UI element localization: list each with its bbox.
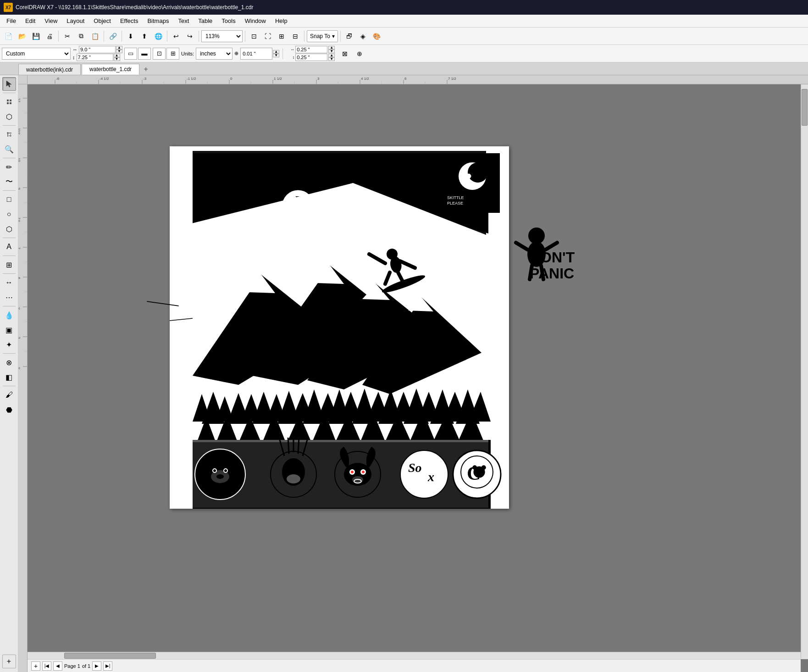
table-btn[interactable]: ⊞: [2, 258, 16, 272]
smear-btn[interactable]: ⬡: [2, 110, 16, 123]
landscape-btn[interactable]: ▬: [138, 48, 151, 60]
publish-button[interactable]: 🌐: [152, 30, 165, 43]
svg-point-185: [472, 465, 477, 470]
zoom-select[interactable]: 113% 100% 75% 50%: [201, 30, 243, 42]
page-last-btn[interactable]: ▶|: [103, 661, 112, 671]
page-next-btn[interactable]: ▶: [92, 661, 101, 671]
copy-button[interactable]: ⧉: [75, 30, 88, 43]
dimension-btn[interactable]: ↔: [2, 276, 16, 289]
guidelines-btn[interactable]: ⊟: [289, 30, 302, 43]
save-button[interactable]: 💾: [29, 30, 42, 43]
margin-v-input[interactable]: [295, 54, 327, 61]
page-first-btn[interactable]: |◀: [42, 661, 51, 671]
snap-to-button[interactable]: Snap To ▾: [307, 30, 338, 42]
menu-layout[interactable]: Layout: [62, 16, 89, 26]
menu-tools[interactable]: Tools: [217, 16, 240, 26]
new-button[interactable]: 📄: [2, 30, 15, 43]
tab-0[interactable]: waterbottle(ink).cdr: [18, 64, 81, 75]
menu-edit[interactable]: Edit: [21, 16, 40, 26]
nudge-icon: ⊕: [234, 50, 238, 56]
paste-button[interactable]: 📋: [89, 30, 101, 43]
add-page-btn-toolbar[interactable]: ⊕: [353, 47, 366, 60]
outline-btn[interactable]: ✦: [2, 338, 16, 351]
zoom-btn[interactable]: 🔍: [2, 142, 16, 156]
vertical-scrollbar[interactable]: [801, 84, 808, 659]
width-dn[interactable]: ▼: [116, 50, 122, 53]
view-manager-btn[interactable]: 🗗: [343, 30, 356, 43]
import-button[interactable]: ⬇: [124, 30, 137, 43]
portrait-btn[interactable]: ▭: [124, 48, 137, 60]
nudge-dn[interactable]: ▼: [273, 54, 279, 57]
menu-view[interactable]: View: [40, 16, 62, 26]
apply-margins-btn[interactable]: ⊠: [338, 47, 351, 60]
menu-effects[interactable]: Effects: [116, 16, 143, 26]
menu-window[interactable]: Window: [240, 16, 271, 26]
facing-pages-btn[interactable]: ⊞: [166, 48, 179, 60]
title-text: CorelDRAW X7 - \\192.168.1.1\SkittlesSha…: [16, 4, 253, 11]
tab-1-label: waterbottle_1.cdr: [89, 66, 132, 72]
units-label: Units:: [181, 51, 194, 56]
svg-line-166: [298, 438, 299, 454]
dropper-btn[interactable]: 💧: [2, 308, 16, 322]
tab-add[interactable]: +: [140, 64, 151, 75]
menu-table[interactable]: Table: [194, 16, 217, 26]
menu-object[interactable]: Object: [89, 16, 116, 26]
blend-btn[interactable]: ⊗: [2, 355, 16, 369]
menu-bitmaps[interactable]: Bitmaps: [143, 16, 173, 26]
margin-v-dn[interactable]: ▼: [328, 57, 335, 61]
select-tool-btn[interactable]: [2, 77, 16, 91]
page-prev-btn[interactable]: ◀: [53, 661, 62, 671]
smart-draw-btn[interactable]: ⬣: [2, 403, 16, 417]
rectangle-btn[interactable]: □: [2, 193, 16, 206]
full-screen-btn[interactable]: ⛶: [261, 30, 274, 43]
margin-h-input[interactable]: [295, 46, 327, 53]
page-label: Page 1: [64, 663, 80, 669]
tab-1[interactable]: waterbottle_1.cdr: [82, 64, 139, 75]
horizontal-scrollbar[interactable]: [28, 652, 801, 659]
crop-btn[interactable]: [2, 128, 16, 141]
margin-h-dn[interactable]: ▼: [328, 50, 335, 53]
add-page-btn-toolbox[interactable]: +: [2, 655, 16, 668]
vscroll-thumb[interactable]: [802, 89, 808, 126]
orientation-group: ▭ ▬: [124, 48, 151, 60]
export-button[interactable]: ⬆: [138, 30, 151, 43]
height-input[interactable]: [77, 54, 113, 61]
redo-button[interactable]: ↪: [183, 30, 196, 43]
corel-connect[interactable]: 🔗: [106, 30, 119, 43]
canvas-area[interactable]: -6 -4 1/2 -3 -1 1/2 0 1 1/2 3 4 1/2 6 7 …: [18, 75, 808, 672]
connector-btn[interactable]: ⋯: [2, 290, 16, 304]
shape-edit-btn[interactable]: [2, 95, 16, 109]
menu-help[interactable]: Help: [271, 16, 292, 26]
smart-fill-btn[interactable]: 〜: [2, 175, 16, 189]
fit-page-btn[interactable]: ⊡: [248, 30, 260, 43]
grid-btn[interactable]: ⊞: [275, 30, 288, 43]
open-button[interactable]: 📂: [16, 30, 28, 43]
print-button[interactable]: 🖨: [43, 30, 56, 43]
height-dn[interactable]: ▼: [114, 57, 120, 61]
width-input[interactable]: [79, 46, 116, 53]
nudge-input[interactable]: [240, 48, 272, 60]
cut-button[interactable]: ✂: [61, 30, 74, 43]
fill-btn[interactable]: ▣: [2, 323, 16, 337]
color-settings-btn[interactable]: 🎨: [371, 30, 383, 43]
menu-text[interactable]: Text: [173, 16, 194, 26]
text-btn[interactable]: A: [2, 240, 16, 254]
svg-rect-2: [10, 102, 11, 104]
add-page-nav-btn[interactable]: +: [31, 661, 40, 671]
display-quality-btn[interactable]: ◈: [357, 30, 370, 43]
hscroll-thumb[interactable]: [64, 653, 156, 659]
units-select[interactable]: inches mm cm px: [196, 48, 232, 60]
paint-brush-btn[interactable]: 🖌: [2, 388, 16, 402]
svg-point-161: [216, 474, 224, 479]
freehand-btn[interactable]: ✏: [2, 160, 16, 174]
ellipse-btn[interactable]: ○: [2, 207, 16, 221]
menu-file[interactable]: File: [2, 16, 21, 26]
svg-text:PLEASE: PLEASE: [447, 201, 463, 205]
single-page-btn[interactable]: ⊡: [153, 48, 166, 60]
undo-button[interactable]: ↩: [170, 30, 183, 43]
page-size-select[interactable]: Custom Letter A4: [2, 48, 71, 60]
extrude-btn[interactable]: ◧: [2, 370, 16, 384]
polygon-btn[interactable]: ⬡: [2, 222, 16, 236]
tab-0-label: waterbottle(ink).cdr: [26, 67, 73, 73]
sep3: [122, 31, 122, 42]
